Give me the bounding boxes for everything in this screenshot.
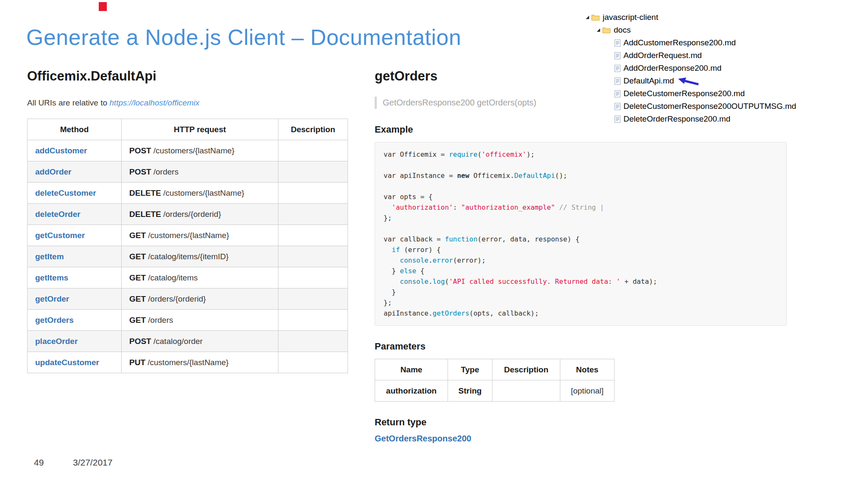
method-link[interactable]: getOrder [35,294,69,303]
http-path: /customers/{lastName} [161,189,244,197]
method-description-cell [278,267,348,288]
code-line: }; [384,297,778,308]
base-uri-text: All URIs are relative to [27,98,109,107]
tree-item-docs[interactable]: docs [586,24,796,36]
api-method-row: deleteCustomerDELETE /customers/{lastNam… [28,183,348,204]
http-path: /orders [151,167,178,176]
code-line: } else { [384,266,778,276]
parameters-table-header-row: NameTypeDescriptionNotes [375,359,615,380]
method-cell: getOrders [28,310,122,331]
method-cell: addOrder [28,161,122,183]
code-line: } [384,287,778,297]
parameter-name-cell: authorization [375,380,448,402]
code-line: }; [384,213,778,223]
api-method-row: getOrdersGET /orders [28,310,348,331]
code-line: 'authorization': "authorization_example"… [384,202,778,213]
method-description-cell [278,183,348,204]
expand-twistie-icon[interactable] [597,28,600,32]
annotation-arrow-icon [677,77,699,86]
method-description-cell [278,288,348,310]
code-line [384,181,778,191]
example-heading: Example [375,124,790,135]
method-link[interactable]: addOrder [35,167,72,176]
method-cell: deleteCustomer [28,183,122,204]
method-description-cell [278,161,348,183]
file-icon [615,116,620,123]
parameters-heading: Parameters [375,341,790,352]
file-icon [615,90,620,97]
tree-item-addcustomerresponse200-md[interactable]: AddCustomerResponse200.md [586,36,796,49]
file-icon [615,39,620,47]
http-verb: GET [129,316,146,324]
tree-item-addorderrequest-md[interactable]: AddOrderRequest.md [586,49,796,62]
api-doc-section: Officemix.DefaultApi All URIs are relati… [27,69,353,373]
method-description-cell [278,246,348,267]
http-path: /customers/{lastName} [145,358,228,367]
method-description-cell [278,331,348,352]
http-path: /catalog/order [151,337,203,346]
http-verb: POST [129,167,151,176]
parameter-notes-cell: [optional] [560,380,615,402]
tree-item-deletecustomerresponse200-md[interactable]: DeleteCustomerResponse200.md [586,87,796,100]
http-request-cell: POST /customers/{lastName} [122,140,278,161]
tree-item-label: AddOrderRequest.md [623,51,702,60]
http-path: /orders [146,316,173,324]
api-class-heading: Officemix.DefaultApi [27,69,353,84]
method-description-cell [278,140,348,161]
method-description-cell [278,204,348,225]
column-header: Description [278,119,348,140]
column-header: Type [448,359,492,380]
tree-item-label: DeleteCustomerResponse200OUTPUTMSG.md [623,102,796,111]
parameter-row: authorizationString[optional] [375,380,615,402]
method-link[interactable]: getCustomer [35,231,85,240]
tree-item-label: AddOrderResponse200.md [623,64,721,73]
parameter-type-cell: String [448,380,492,402]
method-cell: getCustomer [28,225,122,246]
http-verb: DELETE [129,189,161,197]
method-link[interactable]: deleteOrder [35,210,81,219]
code-line: var apiInstance = new Officemix.DefaultA… [384,170,778,181]
slide-number: 49 [34,458,44,468]
method-link[interactable]: addCustomer [35,146,87,155]
slide-title: Generate a Node.js Client – Documentatio… [26,25,461,50]
http-verb: GET [129,273,146,282]
method-description-cell [278,225,348,246]
method-description-cell [278,310,348,331]
tree-item-label: DefaultApi.md [623,76,674,86]
method-link[interactable]: getItems [35,273,68,282]
column-header: Method [28,119,122,140]
code-line [384,160,778,170]
code-line: apiInstance.getOrders(opts, callback); [384,308,778,319]
http-request-cell: POST /orders [122,161,278,183]
method-cell: getItems [28,267,122,288]
method-cell: addCustomer [28,140,122,161]
method-link[interactable]: getItem [35,252,64,261]
base-uri-link[interactable]: https://localhost/officemix [109,98,199,107]
parameter-description-cell [492,380,560,402]
tree-item-deleteorderresponse200-md[interactable]: DeleteOrderResponse200.md [586,113,796,125]
method-link[interactable]: deleteCustomer [35,189,96,197]
tree-item-javascript-client[interactable]: javascript-client [586,11,796,24]
method-link[interactable]: placeOrder [35,337,78,346]
return-type-link[interactable]: GetOrdersResponse200 [375,434,471,444]
method-cell: getItem [28,246,122,267]
folder-icon [602,27,611,33]
method-link[interactable]: updateCustomer [35,358,99,367]
http-verb: DELETE [129,210,161,219]
base-uri-line: All URIs are relative to https://localho… [27,98,353,108]
code-line: var callback = function(error, data, res… [384,234,778,244]
api-method-row: updateCustomerPUT /customers/{lastName} [28,352,348,373]
column-header: Name [375,359,448,380]
tree-item-defaultapi-md[interactable]: DefaultApi.md [586,75,796,87]
http-path: /catalog/items [146,273,198,282]
tree-item-addorderresponse200-md[interactable]: AddOrderResponse200.md [586,62,796,75]
http-verb: GET [129,294,146,303]
http-request-cell: PUT /customers/{lastName} [122,352,278,373]
expand-twistie-icon[interactable] [586,16,589,19]
http-request-cell: GET /orders [122,310,278,331]
http-path: /catalog/items/{itemID} [146,252,228,261]
api-method-table: MethodHTTP requestDescription addCustome… [27,119,348,373]
column-header: Notes [560,359,615,380]
tree-item-deletecustomerresponse200outputmsg-md[interactable]: DeleteCustomerResponse200OUTPUTMSG.md [586,100,796,113]
method-link[interactable]: getOrders [35,316,74,324]
